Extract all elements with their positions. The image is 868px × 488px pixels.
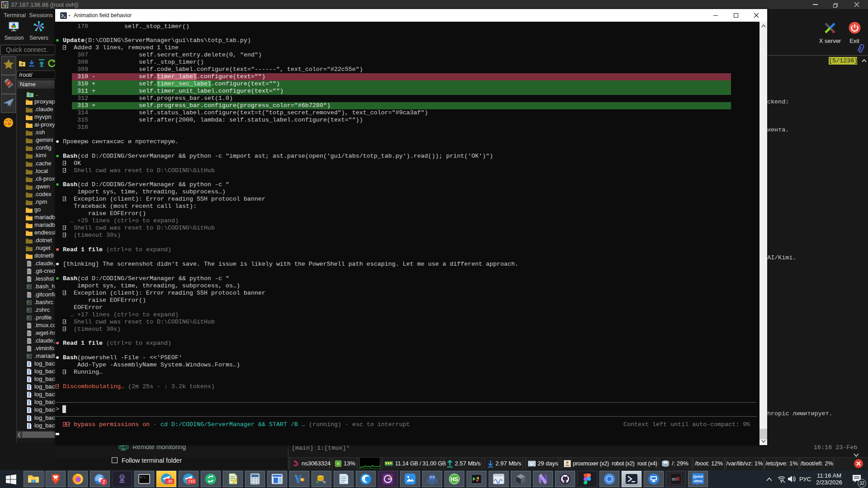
svg-text:Quick: Quick xyxy=(693,474,703,479)
svg-text:m: m xyxy=(672,477,676,482)
svg-text:HS: HS xyxy=(451,476,458,483)
svg-text:R: R xyxy=(676,476,679,482)
svg-text:utmo: utmo xyxy=(693,479,703,483)
svg-text:FRKEY: FRKEY xyxy=(119,482,125,483)
svg-text:C:\_: C:\_ xyxy=(140,476,147,479)
